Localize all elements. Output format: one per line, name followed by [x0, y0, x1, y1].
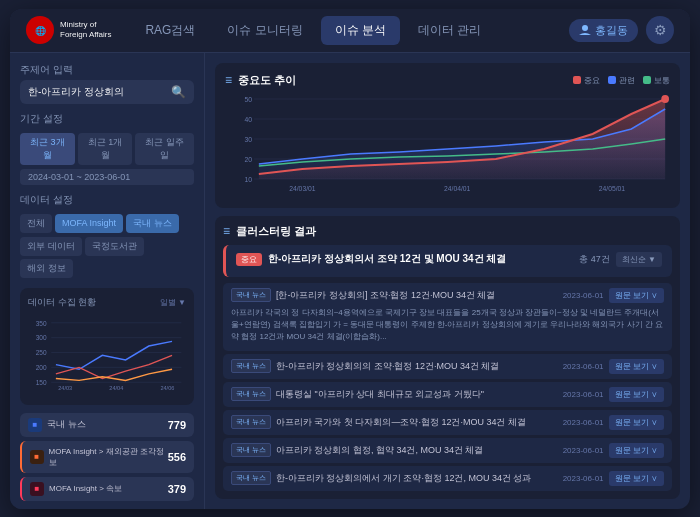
- nav-analysis[interactable]: 이슈 분석: [321, 16, 400, 45]
- mini-chart-area: 데이터 수집 현황 일별 ▼ 350 300 250 200 150: [20, 288, 194, 405]
- legend-normal: 보통: [643, 75, 670, 86]
- data-overseas[interactable]: 해외 정보: [20, 259, 73, 278]
- svg-text:24/04/01: 24/04/01: [444, 184, 470, 191]
- main-chart-svg: 50 40 30 20 10 24/03/01 24/04/01 24/05/0…: [225, 94, 670, 194]
- svg-point-2: [582, 25, 588, 31]
- search-icon[interactable]: 🔍: [171, 85, 186, 99]
- news-date: 2023-06-01: [563, 474, 604, 483]
- svg-text:350: 350: [36, 319, 47, 326]
- list-item: 국내 뉴스 한-아프리카 정상회의의 조약·협정 12건·MOU 34건 체결 …: [223, 354, 672, 379]
- top-result-title: 한-아프리카 정상회의서 조약 12건 및 MOU 34건 체결: [268, 252, 573, 266]
- view-button[interactable]: 원문 보기 ∨: [609, 359, 664, 374]
- results-panel: ≡ 클러스터링 결과 중요 한-아프리카 정상회의서 조약 12건 및 MOU …: [215, 216, 680, 499]
- top-result-header: 중요 한-아프리카 정상회의서 조약 12건 및 MOU 34건 체결 총 47…: [236, 252, 662, 267]
- stat-mofa-news-label: MOFA Insight > 속보: [49, 483, 122, 494]
- news-title: 대통령실 "아프리카 상대 최대규모 외교성과 거뒀다": [276, 388, 558, 401]
- settings-button[interactable]: ⚙: [646, 16, 674, 44]
- svg-text:24/04: 24/04: [109, 384, 123, 390]
- news-tag: 국내 뉴스: [231, 471, 271, 485]
- top-chart: ≡ 중요도 추이 중요 관련: [215, 63, 680, 208]
- stat-mofa-news: ■ MOFA Insight > 속보 379: [20, 477, 194, 501]
- svg-text:40: 40: [245, 115, 253, 122]
- left-panel: 주제어 입력 🔍 기간 설정 최근 3개월 최근 1개월 최근 일주일 2024…: [10, 53, 205, 509]
- news-item-header: 국내 뉴스 대통령실 "아프리카 상대 최대규모 외교성과 거뒀다" 2023-…: [231, 387, 664, 402]
- view-button[interactable]: 원문 보기 ∨: [609, 415, 664, 430]
- news-item-header: 국내 뉴스 아프리카 정상회의 협정, 협약 34건, MOU 34건 체결 2…: [231, 443, 664, 458]
- cluster-icon: ≡: [223, 224, 230, 238]
- view-button[interactable]: 원문 보기 ∨: [609, 387, 664, 402]
- news-tag: 국내 뉴스: [231, 415, 271, 429]
- data-label: 데이터 설정: [20, 193, 194, 207]
- search-section: 주제어 입력 🔍: [20, 63, 194, 104]
- news-date: 2023-06-01: [563, 446, 604, 455]
- view-button[interactable]: 원문 보기 ∨: [609, 288, 664, 303]
- nav-rag[interactable]: RAG검색: [131, 16, 209, 45]
- list-item: 국내 뉴스 대통령실 "아프리카 상대 최대규모 외교성과 거뒀다" 2023-…: [223, 382, 672, 407]
- data-section: 데이터 설정 전체 MOFA Insight 국내 뉴스 외부 데이터 국정도서…: [20, 193, 194, 278]
- news-list: 국내 뉴스 [한-아프리카 정상회의] 조약·협정 12건·MOU 34건 체결…: [223, 283, 672, 491]
- search-label: 주제어 입력: [20, 63, 194, 77]
- legend-important-dot: [573, 76, 581, 84]
- view-button[interactable]: 원문 보기 ∨: [609, 443, 664, 458]
- news-tag: 국내 뉴스: [231, 359, 271, 373]
- news-icon: ■: [28, 418, 42, 432]
- legend-important: 중요: [573, 75, 600, 86]
- news-date: 2023-06-01: [563, 362, 604, 371]
- svg-text:10: 10: [245, 175, 253, 182]
- sort-button[interactable]: 최신순 ▼: [616, 252, 662, 267]
- nav-monitor[interactable]: 이슈 모니터링: [213, 16, 316, 45]
- view-button[interactable]: 원문 보기 ∨: [609, 471, 664, 486]
- header-right: 홍길동 ⚙: [569, 16, 674, 44]
- news-date: 2023-06-01: [563, 291, 604, 300]
- period-3month[interactable]: 최근 3개월: [20, 133, 75, 165]
- data-library[interactable]: 국정도서관: [85, 237, 144, 256]
- nav-bar: RAG검색 이슈 모니터링 이슈 분석 데이터 관리: [131, 16, 569, 45]
- legend-related-dot: [608, 76, 616, 84]
- logo-icon: 🌐: [26, 16, 54, 44]
- svg-text:24/03: 24/03: [58, 384, 72, 390]
- results-header: ≡ 클러스터링 결과: [223, 224, 672, 239]
- news-item-header: 국내 뉴스 [한-아프리카 정상회의] 조약·협정 12건·MOU 34건 체결…: [231, 288, 664, 303]
- period-1month[interactable]: 최근 1개월: [78, 133, 133, 165]
- svg-text:24/06: 24/06: [160, 384, 174, 390]
- news-excerpt: 아프리카 각국의 정 다자회의~4용역에으로 국제기구 장보 대표들을 25개국…: [231, 307, 664, 343]
- svg-text:30: 30: [245, 135, 253, 142]
- nav-data[interactable]: 데이터 관리: [404, 16, 495, 45]
- svg-text:250: 250: [36, 349, 47, 356]
- news-tag: 국내 뉴스: [231, 443, 271, 457]
- news-date: 2023-06-01: [563, 418, 604, 427]
- news-tag: 국내 뉴스: [231, 288, 271, 302]
- data-external[interactable]: 외부 데이터: [20, 237, 82, 256]
- search-box: 🔍: [20, 80, 194, 104]
- news-title: 아프리카 정상회의 협정, 협약 34건, MOU 34건 체결: [276, 444, 558, 457]
- search-input[interactable]: [28, 86, 167, 97]
- results-title: 클러스터링 결과: [236, 224, 316, 239]
- mofa-news-icon: ■: [30, 482, 44, 496]
- list-item: 국내 뉴스 [한-아프리카 정상회의] 조약·협정 12건·MOU 34건 체결…: [223, 283, 672, 351]
- chart-title: 중요도 추이: [238, 73, 296, 88]
- mini-chart-svg: 350 300 250 200 150 24/03 24/04 24/06: [28, 313, 186, 393]
- data-all[interactable]: 전체: [20, 214, 52, 233]
- svg-text:200: 200: [36, 364, 47, 371]
- data-news[interactable]: 국내 뉴스: [126, 214, 179, 233]
- stat-items: ■ 국내 뉴스 779 ■ MOFA Insight > 재외공관 조각정보 5…: [20, 413, 194, 501]
- mofa-org-icon: ■: [30, 450, 44, 464]
- period-label: 기간 설정: [20, 112, 194, 126]
- news-title: 아프리카 국가와 첫 다자회의—조약·협정 12건·MOU 34건 체결: [276, 416, 558, 429]
- svg-text:20: 20: [245, 155, 253, 162]
- stat-news: ■ 국내 뉴스 779: [20, 413, 194, 437]
- logo-area: 🌐 Ministry of Foreign Affairs: [26, 16, 111, 44]
- legend-normal-dot: [643, 76, 651, 84]
- user-badge: 홍길동: [569, 19, 638, 42]
- chart-legend: 중요 관련 보통: [573, 75, 670, 86]
- news-tag: 국내 뉴스: [231, 387, 271, 401]
- user-name: 홍길동: [595, 23, 628, 38]
- period-1day[interactable]: 최근 일주일: [135, 133, 194, 165]
- logo-text: Ministry of Foreign Affairs: [60, 20, 111, 41]
- header: 🌐 Ministry of Foreign Affairs RAG검색 이슈 모…: [10, 9, 690, 53]
- period-section: 기간 설정 최근 3개월 최근 1개월 최근 일주일 2024-03-01 ~ …: [20, 112, 194, 185]
- legend-related: 관련: [608, 75, 635, 86]
- data-mofa[interactable]: MOFA Insight: [55, 214, 123, 233]
- stat-mofa-org-label: MOFA Insight > 재외공관 조각정보: [49, 446, 168, 468]
- mini-chart-sub[interactable]: 일별 ▼: [160, 297, 186, 308]
